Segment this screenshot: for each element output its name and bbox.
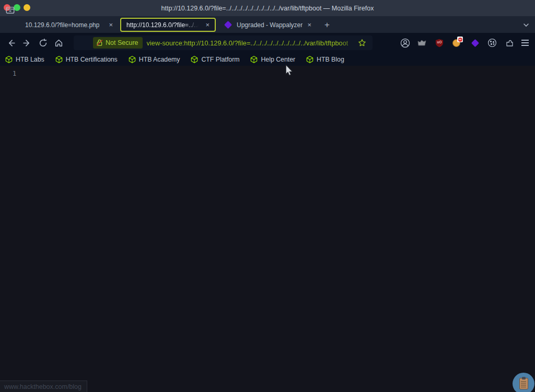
tab-close-icon[interactable]: × — [203, 21, 212, 29]
mouse-cursor — [284, 65, 294, 76]
ublock-shield-icon: uO — [435, 39, 444, 47]
bookmark-label: Help Center — [261, 56, 295, 63]
bookmark-label: CTF Platform — [201, 56, 239, 63]
insecure-lock-icon — [96, 39, 103, 46]
firefox-window: http://10.129.6.0/?file=../../../../../.… — [0, 0, 535, 392]
back-button[interactable] — [7, 39, 16, 47]
clipboard-widget[interactable] — [513, 373, 534, 392]
htb-cube-icon — [129, 56, 136, 63]
htb-cube-icon — [306, 56, 313, 63]
extensions-button[interactable] — [505, 38, 514, 47]
view-source-content: 1 — [0, 66, 535, 392]
bookmark-htb-academy[interactable]: HTB Academy — [129, 56, 180, 63]
clipboard-icon — [519, 378, 528, 389]
tab-home-php[interactable]: 10.129.6.0/?file=home.php × — [19, 18, 119, 32]
security-badge[interactable]: Not Secure — [93, 37, 143, 49]
bookmark-ctf-platform[interactable]: CTF Platform — [191, 56, 239, 63]
tab-bar: 10.129.6.0/?file=home.php × http://10.12… — [0, 16, 535, 33]
bookmark-label: HTB Blog — [317, 56, 344, 63]
list-all-tabs-button[interactable] — [521, 20, 531, 30]
htb-cube-icon — [191, 56, 198, 63]
monkey-blocked-icon — [452, 38, 462, 47]
account-button[interactable] — [400, 38, 410, 47]
bookmarks-bar: HTB Labs HTB Certifications HTB Academy — [0, 53, 535, 66]
home-button[interactable] — [54, 39, 63, 47]
monkey-extension-button[interactable] — [452, 38, 462, 47]
menu-button[interactable] — [520, 38, 530, 47]
bookmark-htb-blog[interactable]: HTB Blog — [306, 56, 344, 63]
foxyproxy-extension-button[interactable] — [417, 38, 426, 47]
bookmark-label: HTB Labs — [16, 56, 44, 63]
security-badge-label: Not Secure — [106, 39, 138, 46]
wappalyzer-icon — [471, 39, 479, 46]
navigation-toolbar: Not Secure view-source:http://10.129.6.0… — [0, 33, 535, 53]
firefox-view-button[interactable] — [4, 4, 16, 16]
hamburger-menu-icon — [521, 40, 529, 45]
htb-cube-icon — [5, 56, 13, 63]
htb-cube-icon — [55, 56, 63, 63]
status-link-preview: www.hackthebox.com/blog — [0, 381, 87, 392]
cookie-icon — [487, 38, 497, 47]
tab-close-icon[interactable]: × — [107, 21, 115, 29]
tab-wappalyzer[interactable]: Upgraded - Wappalyzer × — [219, 18, 318, 32]
bookmark-label: HTB Academy — [139, 56, 180, 63]
url-bar[interactable]: Not Secure view-source:http://10.129.6.0… — [74, 35, 373, 50]
bookmark-label: HTB Certifications — [66, 56, 118, 63]
cookie-extension-button[interactable] — [487, 38, 497, 47]
window-maximize-button[interactable] — [24, 4, 30, 11]
bookmark-htb-labs[interactable]: HTB Labs — [5, 56, 44, 63]
tab-view-source-active[interactable]: http://10.129.6.0/?file=../../../../ × — [120, 18, 216, 32]
htb-cube-icon — [250, 56, 258, 63]
wappalyzer-favicon-icon — [224, 21, 232, 29]
tab-close-icon[interactable]: × — [305, 21, 313, 29]
puzzle-piece-icon — [505, 39, 514, 47]
bookmark-star-icon[interactable] — [358, 39, 366, 47]
foxyproxy-icon — [417, 39, 426, 47]
tab-label: http://10.129.6.0/?file=../../../../ — [126, 21, 199, 29]
window-title: http://10.129.6.0/?file=../../../../../.… — [0, 5, 535, 12]
reload-button[interactable] — [39, 39, 48, 47]
bookmark-help-center[interactable]: Help Center — [250, 56, 295, 63]
tab-label: 10.129.6.0/?file=home.php — [25, 21, 99, 29]
tab-label: Upgraded - Wappalyzer — [237, 21, 303, 29]
wappalyzer-extension-button[interactable] — [470, 38, 480, 47]
ublock-origin-extension-button[interactable]: uO — [435, 38, 444, 47]
titlebar: http://10.129.6.0/?file=../../../../../.… — [0, 0, 535, 16]
account-icon — [400, 38, 410, 48]
firefox-view-icon — [6, 6, 15, 15]
url-text[interactable]: view-source:http://10.129.6.0/?file=../.… — [147, 39, 357, 47]
ublock-badge-text: uO — [435, 40, 444, 44]
new-tab-button[interactable]: + — [321, 19, 333, 31]
forward-button[interactable] — [22, 39, 31, 47]
bookmark-htb-certifications[interactable]: HTB Certifications — [55, 56, 118, 63]
source-line-number: 1 — [13, 70, 16, 77]
chevron-down-icon — [522, 21, 530, 29]
